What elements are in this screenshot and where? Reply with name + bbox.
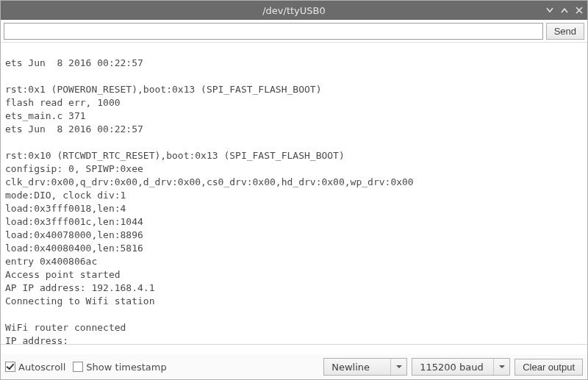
serial-output: ets Jun 8 2016 00:22:57 rst:0x1 (POWERON…	[1, 52, 587, 345]
serial-input[interactable]	[4, 23, 543, 40]
line-ending-value: Newline	[324, 359, 390, 375]
titlebar: /dev/ttyUSB0	[1, 1, 587, 20]
close-icon[interactable]	[576, 7, 583, 14]
send-button[interactable]: Send	[546, 23, 584, 40]
checkbox-icon	[5, 362, 15, 372]
show-timestamp-checkbox[interactable]: Show timestamp	[73, 362, 166, 373]
chevron-down-icon	[493, 359, 509, 375]
clear-output-button[interactable]: Clear output	[514, 359, 583, 376]
show-timestamp-label: Show timestamp	[86, 362, 166, 373]
chevron-down-icon	[390, 359, 406, 375]
maximize-icon[interactable]	[561, 7, 568, 14]
baud-rate-value: 115200 baud	[412, 359, 493, 375]
checkbox-icon	[73, 362, 83, 372]
minimize-icon[interactable]	[546, 7, 553, 14]
autoscroll-label: Autoscroll	[18, 362, 65, 373]
serial-monitor-window: /dev/ttyUSB0 Send ets Jun 8 2016 00:22:5…	[0, 0, 588, 380]
baud-rate-select[interactable]: 115200 baud	[412, 358, 510, 376]
send-row: Send	[1, 20, 587, 43]
line-ending-select[interactable]: Newline	[323, 358, 407, 376]
autoscroll-checkbox[interactable]: Autoscroll	[5, 362, 65, 373]
bottom-bar: Autoscroll Show timestamp Newline 115200…	[1, 354, 587, 379]
window-controls	[546, 1, 583, 20]
window-title: /dev/ttyUSB0	[1, 5, 587, 16]
